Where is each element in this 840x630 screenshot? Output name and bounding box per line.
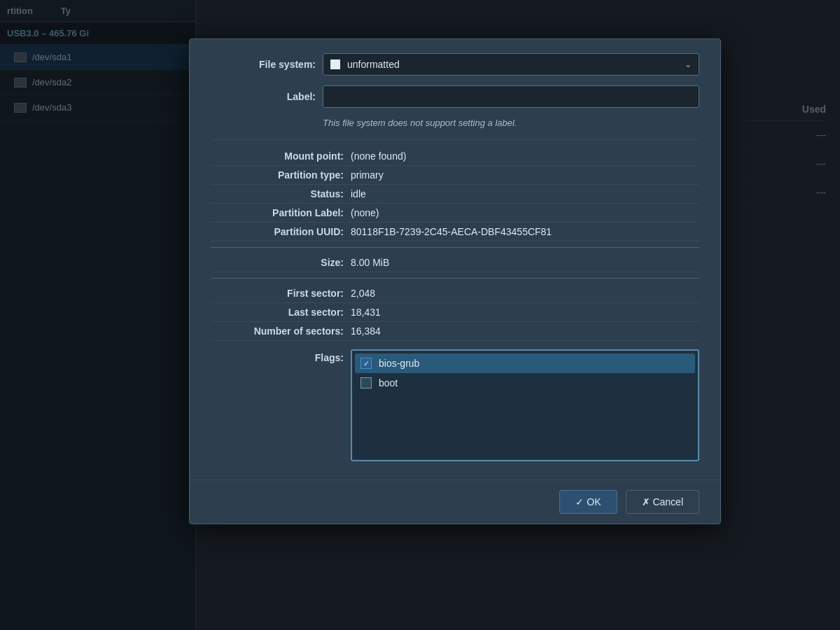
partition-uuid-value: 80118F1B-7239-2C45-AECA-DBF43455CF81 (351, 226, 552, 237)
status-row: Status: idle (211, 185, 699, 204)
num-sectors-value: 16,384 (351, 326, 381, 337)
flag-checkbox-boot[interactable] (360, 377, 372, 388)
num-sectors-row: Number of sectors: 16,384 (211, 322, 699, 341)
first-sector-label: First sector: (211, 288, 351, 299)
mount-point-label: Mount point: (211, 150, 351, 162)
chevron-down-icon: ⌄ (685, 59, 692, 69)
num-sectors-label: Number of sectors: (211, 326, 351, 337)
partition-type-value: primary (351, 169, 384, 181)
last-sector-value: 18,431 (351, 307, 381, 318)
partition-type-row: Partition type: primary (211, 166, 699, 185)
cancel-button[interactable]: ✗ Cancel (626, 490, 699, 514)
separator-3 (211, 278, 699, 279)
size-label: Size: (211, 257, 351, 268)
first-sector-row: First sector: 2,048 (211, 284, 699, 303)
partition-uuid-label: Partition UUID: (211, 226, 351, 237)
partition-uuid-row: Partition UUID: 80118F1B-7239-2C45-AECA-… (211, 223, 699, 241)
last-sector-label: Last sector: (211, 307, 351, 318)
label-row: Label: (211, 85, 699, 108)
status-value: idle (351, 188, 366, 200)
flags-list: bios-grub boot (351, 349, 699, 461)
filesystem-label: File system: (211, 59, 316, 70)
flag-item-boot[interactable]: boot (355, 373, 695, 393)
filesystem-dropdown-wrap: unformatted ⌄ (323, 53, 699, 76)
partition-label-value: (none) (351, 207, 379, 218)
flag-name-bios-grub: bios-grub (379, 358, 419, 369)
filesystem-color-icon (330, 59, 340, 69)
size-row: Size: 8.00 MiB (211, 253, 699, 272)
flags-label: Flags: (211, 349, 351, 363)
last-sector-row: Last sector: 18,431 (211, 303, 699, 322)
dialog-footer: ✓ OK ✗ Cancel (190, 479, 720, 524)
label-input[interactable] (323, 85, 699, 108)
dialog-content: File system: unformatted ⌄ Label: This f… (190, 39, 720, 479)
label-hint-text: This file system does not support settin… (211, 118, 699, 128)
filesystem-value: unformatted (347, 59, 400, 70)
flag-checkbox-bios-grub[interactable] (360, 358, 372, 369)
partition-dialog: File system: unformatted ⌄ Label: This f… (189, 38, 721, 524)
filesystem-row: File system: unformatted ⌄ (211, 53, 699, 76)
partition-label-row: Partition Label: (none) (211, 204, 699, 223)
mount-point-value: (none found) (351, 150, 406, 162)
ok-button[interactable]: ✓ OK (559, 490, 617, 514)
mount-point-row: Mount point: (none found) (211, 147, 699, 166)
filesystem-dropdown-left: unformatted (330, 59, 400, 70)
label-input-wrap (323, 85, 699, 108)
filesystem-dropdown[interactable]: unformatted ⌄ (323, 53, 699, 76)
flag-item-bios-grub[interactable]: bios-grub (355, 354, 695, 373)
first-sector-value: 2,048 (351, 288, 375, 299)
separator-2 (211, 247, 699, 248)
partition-type-label: Partition type: (211, 169, 351, 181)
separator-1 (211, 139, 699, 140)
status-label: Status: (211, 188, 351, 200)
flags-row: Flags: bios-grub boot (211, 345, 699, 465)
flag-name-boot: boot (379, 377, 398, 388)
label-field-label: Label: (211, 91, 316, 102)
size-value: 8.00 MiB (351, 257, 389, 268)
partition-label-label: Partition Label: (211, 207, 351, 218)
